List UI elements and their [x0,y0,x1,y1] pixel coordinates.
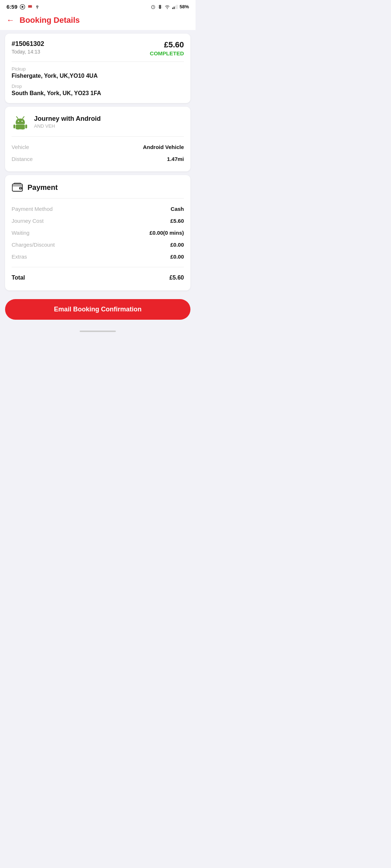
svg-rect-23 [13,124,15,128]
status-right: 58% [151,4,189,9]
svg-line-18 [17,116,18,118]
total-value: £5.60 [169,275,184,281]
status-time: 6:59 [7,4,17,10]
distance-label: Distance [12,156,33,162]
booking-price-block: £5.60 COMPLETED [150,40,184,56]
journey-title-block: Journey with Android AND VEH [34,115,101,129]
svg-point-20 [18,121,19,122]
journey-cost-row: Journey Cost £5.60 [12,215,184,227]
cta-container: Email Booking Confirmation [0,294,196,327]
back-button[interactable]: ← [7,16,14,25]
wallet-icon [12,182,23,193]
divider [12,136,184,137]
pickup-address: Fishergate, York, UK,YO10 4UA [12,73,184,79]
location-icon [35,4,40,9]
svg-point-4 [37,6,38,7]
journey-cost-value: £5.60 [170,218,184,224]
svg-rect-17 [177,5,178,9]
booking-id-block: #15061302 Today, 14:13 [12,40,44,55]
booking-header: #15061302 Today, 14:13 £5.60 COMPLETED [12,40,184,56]
notification-icon [28,4,33,9]
payment-header: Payment [12,182,184,193]
distance-value: 1.47mi [167,156,184,162]
waiting-row: Waiting £0.00(0 mins) [12,227,184,239]
home-bar [80,331,116,332]
divider [12,198,184,199]
journey-header: Journey with Android AND VEH [12,113,184,131]
signal-icon [172,4,178,9]
svg-rect-15 [174,7,175,9]
extras-value: £0.00 [170,254,184,260]
battery-level: 58% [180,4,189,9]
autopilot-icon [20,4,25,10]
vehicle-row: Vehicle Android Vehicle [12,141,184,153]
status-bar: 6:59 58% [0,0,196,12]
drop-address: South Bank, York, UK, YO23 1FA [12,90,184,97]
svg-rect-9 [159,5,161,9]
waiting-label: Waiting [12,230,29,236]
android-icon [12,113,29,131]
vehicle-value: Android Vehicle [143,144,184,150]
extras-label: Extras [12,254,27,260]
charges-label: Charges/Discount [12,242,55,248]
booking-info-card: #15061302 Today, 14:13 £5.60 COMPLETED P… [5,34,190,103]
divider [12,267,184,267]
payment-title: Payment [28,183,58,192]
svg-rect-2 [28,5,32,8]
charges-row: Charges/Discount £0.00 [12,239,184,251]
vehicle-label: Vehicle [12,144,29,150]
journey-title: Journey with Android [34,115,101,123]
status-left: 6:59 [7,4,40,10]
total-label: Total [12,275,25,281]
vibrate-icon [157,4,163,9]
svg-rect-24 [25,124,27,128]
payment-method-row: Payment Method Cash [12,203,184,215]
booking-price: £5.60 [150,40,184,50]
drop-label: Drop [12,84,184,89]
total-row: Total £5.60 [12,272,184,284]
journey-subtitle: AND VEH [34,123,101,129]
svg-rect-22 [16,124,25,129]
svg-rect-14 [172,8,173,9]
payment-card: Payment Payment Method Cash Journey Cost… [5,175,190,290]
distance-row: Distance 1.47mi [12,153,184,165]
home-indicator [0,327,196,335]
alarm-icon [151,4,156,9]
payment-method-value: Cash [171,206,184,212]
charges-value: £0.00 [170,242,184,248]
extras-row: Extras £0.00 [12,251,184,263]
svg-rect-16 [175,5,176,9]
booking-date: Today, 14:13 [12,49,44,55]
page-header: ← Booking Details [0,12,196,30]
booking-status: COMPLETED [150,50,184,56]
page-title: Booking Details [20,16,80,25]
journey-card: Journey with Android AND VEH Vehicle And… [5,107,190,171]
booking-id: #15061302 [12,40,44,48]
pickup-label: Pickup [12,66,184,72]
svg-line-19 [22,116,24,118]
svg-point-1 [21,6,23,8]
journey-cost-label: Journey Cost [12,218,43,224]
email-confirmation-button[interactable]: Email Booking Confirmation [5,299,190,320]
divider [12,61,184,62]
payment-method-label: Payment Method [12,206,52,212]
waiting-value: £0.00(0 mins) [150,230,184,236]
svg-point-21 [21,121,22,122]
wifi-icon [164,4,170,9]
svg-point-29 [20,188,21,189]
